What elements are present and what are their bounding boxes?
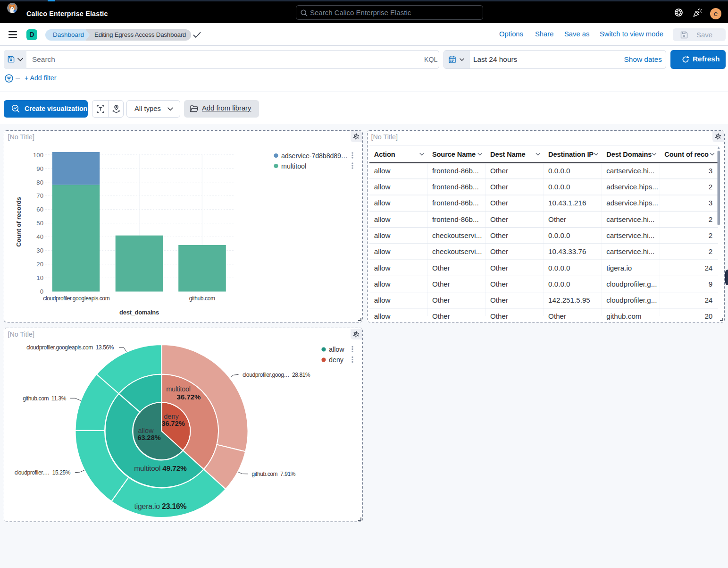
svg-text:allow: allow (374, 247, 390, 255)
svg-text:36.72%: 36.72% (161, 420, 184, 427)
svg-text:2: 2 (708, 183, 712, 191)
svg-text:multitool: multitool (166, 385, 190, 393)
svg-text:checkoutservi...: checkoutservi... (432, 247, 482, 255)
svg-text:Action: Action (374, 150, 395, 158)
svg-text:60: 60 (36, 206, 43, 213)
svg-text:cloudprofiler.goog… 28.81%: cloudprofiler.goog… 28.81% (243, 372, 310, 378)
svg-text:Other: Other (432, 263, 450, 271)
svg-text:github.com 11.3%: github.com 11.3% (23, 395, 66, 402)
svg-text:multitool: multitool (281, 162, 306, 170)
svg-text:multitool 49.72%: multitool 49.72% (134, 464, 187, 472)
svg-text:Other: Other (490, 166, 508, 174)
svg-text:50: 50 (36, 220, 43, 227)
svg-text:Other: Other (548, 215, 566, 223)
svg-text:allow: allow (374, 280, 390, 288)
svg-text:adservice-7d8b8d89…: adservice-7d8b8d89… (281, 152, 348, 159)
svg-text:github.com: github.com (606, 312, 641, 320)
svg-text:frontend-86b...: frontend-86b... (432, 166, 478, 174)
svg-text:0.0.0.0: 0.0.0.0 (548, 280, 570, 288)
svg-text:tigera.io 23.16%: tigera.io 23.16% (134, 502, 186, 510)
svg-text:Dest Domains: Dest Domains (606, 150, 652, 158)
svg-text:10.43.1.216: 10.43.1.216 (548, 199, 586, 207)
svg-text:adservice.hips...: adservice.hips... (606, 183, 658, 191)
svg-text:deny: deny (164, 413, 179, 420)
svg-text:Other: Other (490, 280, 508, 288)
svg-text:allow: allow (374, 263, 390, 271)
svg-text:allow: allow (374, 231, 390, 239)
svg-text:Other: Other (432, 280, 450, 288)
svg-text:40: 40 (36, 233, 43, 240)
svg-text:cloudprofiler.… 15.25%: cloudprofiler.… 15.25% (14, 469, 70, 476)
svg-text:frontend-86b...: frontend-86b... (432, 215, 478, 223)
svg-text:Other: Other (490, 263, 508, 271)
svg-text:10: 10 (36, 274, 43, 281)
svg-text:Other: Other (548, 312, 566, 320)
svg-text:Other: Other (490, 183, 508, 191)
svg-text:24: 24 (704, 263, 712, 271)
svg-text:allow: allow (374, 215, 390, 223)
svg-text:Destination IP: Destination IP (548, 150, 594, 158)
svg-text:0.0.0.0: 0.0.0.0 (548, 166, 570, 174)
svg-text:20: 20 (704, 312, 712, 320)
svg-text:0.0.0.0: 0.0.0.0 (548, 183, 570, 191)
svg-text:cloudprofiler.googleapis.com: cloudprofiler.googleapis.com 13.56% (26, 344, 114, 351)
svg-text:2: 2 (708, 231, 712, 239)
svg-text:90: 90 (36, 165, 43, 172)
svg-text:Source Name: Source Name (432, 150, 475, 158)
svg-text:2: 2 (708, 247, 712, 255)
svg-text:cartservice.hi...: cartservice.hi... (606, 247, 654, 255)
svg-text:2: 2 (708, 215, 712, 223)
svg-text:0.0.0.0: 0.0.0.0 (548, 263, 570, 271)
svg-text:cloudprofiler.g...: cloudprofiler.g... (606, 280, 657, 288)
svg-text:Dest Name: Dest Name (490, 150, 526, 158)
svg-text:github.com 7.91%: github.com 7.91% (251, 471, 295, 477)
svg-text:Count of records: Count of records (15, 197, 22, 247)
svg-text:36.72%: 36.72% (176, 393, 201, 401)
svg-text:24: 24 (704, 296, 712, 304)
svg-text:allow: allow (374, 312, 390, 320)
svg-text:allow: allow (374, 166, 390, 174)
svg-text:0: 0 (40, 288, 43, 295)
svg-text:100: 100 (33, 151, 43, 158)
svg-text:0.0.0.0: 0.0.0.0 (548, 231, 570, 239)
svg-text:Other: Other (490, 215, 508, 223)
svg-text:3: 3 (708, 166, 712, 174)
svg-text:20: 20 (36, 261, 43, 268)
svg-text:10.43.33.76: 10.43.33.76 (548, 247, 586, 255)
svg-text:frontend-86b...: frontend-86b... (432, 199, 478, 207)
svg-text:30: 30 (36, 247, 43, 254)
svg-text:dest_domains: dest_domains (119, 309, 159, 316)
svg-text:cloudprofiler.googleapis.com: cloudprofiler.googleapis.com (43, 295, 109, 302)
svg-text:tigera.io: tigera.io (606, 263, 632, 271)
svg-text:cartservice.hi...: cartservice.hi... (606, 231, 654, 239)
svg-text:cartservice.hi...: cartservice.hi... (606, 215, 654, 223)
svg-text:deny: deny (329, 356, 344, 364)
svg-text:9: 9 (708, 280, 712, 288)
svg-text:github.com: github.com (189, 295, 215, 302)
svg-text:frontend-86b...: frontend-86b... (432, 183, 478, 191)
svg-text:Other: Other (432, 312, 450, 320)
svg-text:3: 3 (708, 199, 712, 207)
svg-text:cloudprofiler.g...: cloudprofiler.g... (606, 296, 657, 304)
svg-text:70: 70 (36, 192, 43, 199)
svg-text:allow: allow (138, 427, 154, 434)
svg-text:Other: Other (490, 312, 508, 320)
svg-text:Other: Other (490, 296, 508, 304)
svg-text:allow: allow (374, 199, 390, 207)
svg-text:checkoutservi...: checkoutservi... (432, 231, 482, 239)
svg-text:63.28%: 63.28% (137, 434, 160, 441)
svg-text:adservice.hips...: adservice.hips... (606, 199, 658, 207)
svg-text:Other: Other (490, 247, 508, 255)
svg-text:80: 80 (36, 178, 43, 186)
svg-text:allow: allow (374, 296, 390, 304)
svg-text:Other: Other (490, 231, 508, 239)
svg-text:Count of reco: Count of reco (664, 150, 709, 158)
svg-text:allow: allow (329, 346, 344, 353)
svg-text:cartservice.hi...: cartservice.hi... (606, 166, 654, 174)
svg-text:142.251.5.95: 142.251.5.95 (548, 296, 590, 304)
svg-text:Other: Other (490, 199, 508, 207)
svg-text:allow: allow (374, 183, 390, 191)
svg-text:Other: Other (432, 296, 450, 304)
